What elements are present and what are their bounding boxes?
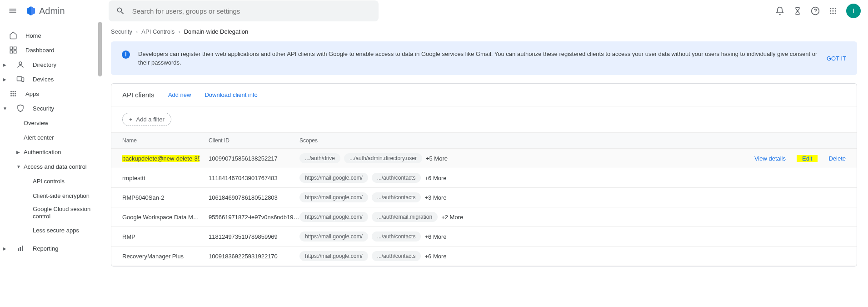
cell-name: Google Workspace Data Migration ... (122, 214, 200, 221)
sidebar-item-directory[interactable]: ▶ Directory (0, 57, 98, 72)
svg-rect-16 (22, 78, 24, 81)
cell-name: RMP6040San-2 (122, 194, 200, 201)
table-row[interactable]: Google Workspace Data Migration ...95566… (111, 207, 857, 227)
scope-chip[interactable]: https://mail.google.com/ (299, 232, 368, 242)
chevron-right-icon: › (136, 28, 138, 35)
scope-chip[interactable]: https://mail.google.com/ (299, 192, 368, 202)
sidebar-item-access-data[interactable]: ▼ Access and data control (0, 159, 98, 174)
scope-chip[interactable]: https://mail.google.com/ (299, 251, 368, 261)
scope-chip[interactable]: https://mail.google.com/ (299, 212, 368, 222)
scrollbar-thumb[interactable] (98, 22, 102, 76)
search-icon (116, 6, 125, 15)
add-new-link[interactable]: Add new (168, 91, 191, 98)
table-row[interactable]: RMP118124973510789859969https://mail.goo… (111, 227, 857, 247)
svg-point-8 (833, 13, 834, 14)
svg-point-18 (13, 91, 14, 92)
view-details-link[interactable]: View details (754, 155, 786, 162)
table-row[interactable]: rmptesttt111841467043901767483https://ma… (111, 168, 857, 188)
scope-chip[interactable]: .../auth/contacts (372, 192, 421, 202)
logo[interactable]: Admin (25, 5, 65, 16)
sidebar-item-reporting[interactable]: ▶ Reporting (0, 241, 98, 256)
sidebar-item-alert-center[interactable]: Alert center (0, 130, 98, 145)
scope-chip[interactable]: https://mail.google.com/ (299, 173, 368, 183)
chevron-right-icon: › (178, 28, 180, 35)
scope-more[interactable]: +6 More (424, 253, 446, 260)
breadcrumb-api[interactable]: API Controls (141, 28, 175, 35)
scope-chip[interactable]: .../auth/email.migration (372, 212, 438, 222)
edit-link[interactable]: Edit (802, 155, 812, 162)
svg-rect-10 (10, 47, 12, 49)
hourglass-icon[interactable] (793, 7, 802, 15)
info-icon: i (122, 50, 130, 59)
app-name: Admin (39, 6, 65, 16)
svg-point-19 (15, 91, 16, 92)
scope-chip[interactable]: .../auth/contacts (372, 251, 421, 261)
dashboard-icon (9, 46, 18, 54)
download-link[interactable]: Download client info (205, 91, 257, 98)
svg-rect-26 (18, 248, 19, 251)
sidebar-item-home[interactable]: Home (0, 28, 98, 43)
help-icon[interactable] (811, 6, 820, 15)
svg-point-17 (10, 91, 12, 92)
search-box[interactable] (109, 0, 379, 21)
search-input[interactable] (132, 7, 371, 15)
scope-chip[interactable]: .../auth/contacts (372, 232, 421, 242)
col-header-scopes[interactable]: Scopes (299, 137, 846, 144)
apps-grid-icon[interactable] (829, 7, 837, 15)
cell-id: 106184690786180512803 (209, 194, 299, 201)
col-header-id[interactable]: Client ID (209, 137, 299, 144)
sidebar-item-lsa[interactable]: Less secure apps (0, 223, 98, 237)
svg-rect-28 (22, 246, 23, 251)
apps-icon (9, 90, 18, 98)
scope-more[interactable]: +6 More (424, 175, 446, 181)
svg-point-6 (835, 10, 836, 12)
sidebar-item-devices[interactable]: ▶ Devices (0, 72, 98, 86)
sidebar-item-security[interactable]: ▼ Security (0, 101, 98, 116)
menu-button[interactable] (7, 5, 18, 16)
sidebar-item-apps[interactable]: Apps (0, 86, 98, 101)
cell-scopes: https://mail.google.com/.../auth/contact… (299, 173, 846, 183)
devices-icon (16, 75, 25, 83)
scope-chip[interactable]: .../auth/drive (299, 153, 340, 163)
row-actions: View detailsEditDelete (728, 155, 846, 162)
breadcrumb-security[interactable]: Security (111, 28, 132, 35)
svg-point-24 (13, 95, 14, 96)
scope-more[interactable]: +2 More (441, 214, 463, 221)
cell-scopes: https://mail.google.com/.../auth/email.m… (299, 212, 846, 222)
delete-link[interactable]: Delete (828, 155, 846, 162)
sidebar-item-cse[interactable]: Client-side encryption (0, 188, 98, 203)
svg-point-1 (830, 8, 831, 9)
svg-point-14 (19, 62, 22, 65)
svg-point-3 (835, 8, 836, 9)
sidebar-item-dashboard[interactable]: Dashboard (0, 43, 98, 57)
table-row[interactable]: backupdelete@new-delete-358105...1009907… (111, 149, 857, 168)
cell-id: 955661971872-ie97v0ns6ndb19rbr9... (209, 214, 299, 221)
info-banner: i Developers can register their web appl… (111, 41, 857, 75)
scope-more[interactable]: +5 More (426, 155, 448, 162)
scope-chip[interactable]: .../auth/admin.directory.user (344, 153, 422, 163)
svg-point-9 (835, 13, 836, 14)
avatar[interactable]: I (846, 4, 861, 18)
sidebar-item-gcsc[interactable]: Google Cloud session control (0, 203, 98, 223)
sidebar-item-api-controls[interactable]: API controls (0, 174, 98, 188)
sidebar-item-authentication[interactable]: ▶ Authentication (0, 145, 98, 159)
scope-more[interactable]: +3 More (424, 194, 446, 201)
cell-id: 100990715856138252217 (209, 155, 299, 162)
scope-more[interactable]: +6 More (424, 233, 446, 240)
add-filter-chip[interactable]: + Add a filter (122, 113, 171, 126)
scope-chip[interactable]: .../auth/contacts (372, 173, 421, 183)
svg-point-25 (15, 95, 16, 96)
plus-icon: + (129, 116, 133, 123)
notifications-icon[interactable] (775, 6, 784, 15)
svg-point-2 (833, 8, 834, 9)
chevron-down-icon: ▼ (16, 164, 21, 169)
col-header-name[interactable]: Name (122, 137, 209, 144)
table-row[interactable]: RMP6040San-2106184690786180512803https:/… (111, 188, 857, 207)
clients-table: Name Client ID Scopes backupdelete@new-d… (111, 132, 857, 266)
cell-id: 118124973510789859969 (209, 233, 299, 240)
got-it-button[interactable]: GOT IT (827, 55, 846, 62)
sidebar-item-overview[interactable]: Overview (0, 116, 98, 130)
svg-rect-15 (17, 77, 22, 81)
table-row[interactable]: RecoveryManager Plus10091836922593192217… (111, 247, 857, 266)
svg-point-22 (15, 93, 16, 95)
